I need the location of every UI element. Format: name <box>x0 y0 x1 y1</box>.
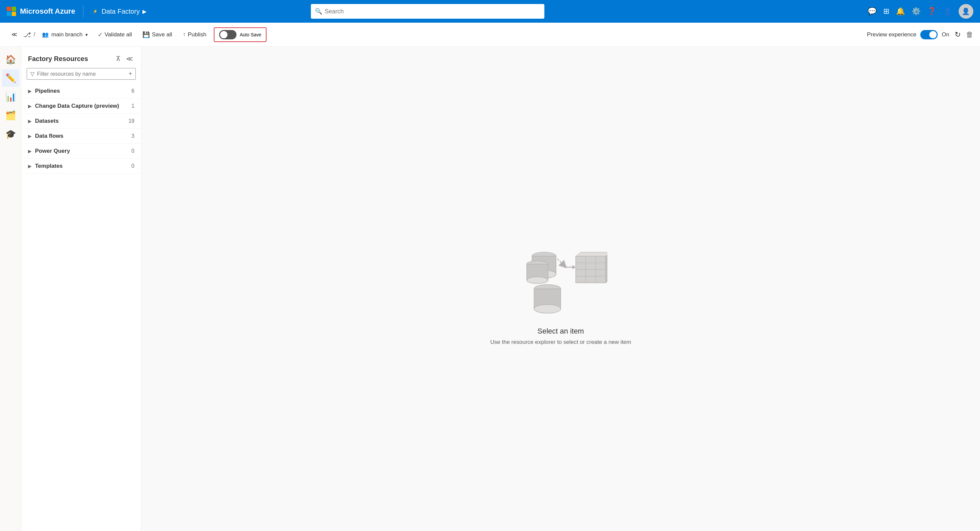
toolbar: ≪ ⎇ / 👥 main branch ▾ ✓ Validate all 💾 S… <box>0 23 980 47</box>
main-content: Select an item Use the resource explorer… <box>142 47 980 531</box>
bell-icon[interactable]: 🔔 <box>896 7 905 16</box>
avatar[interactable]: 👤 <box>959 4 973 19</box>
save-icon: 💾 <box>142 31 150 38</box>
select-item-section: Select an item Use the resource explorer… <box>490 327 631 345</box>
top-nav-icons: 💬 ⊞ 🔔 ⚙️ ❓ 👤 👤 <box>868 4 973 19</box>
nav-divider <box>83 5 83 17</box>
validate-all-label: Validate all <box>105 31 132 38</box>
select-item-subtitle: Use the resource explorer to select or c… <box>490 339 631 345</box>
sidebar-icons: 🏠 ✏️ 📊 🗂️ 🎓 <box>0 47 21 531</box>
delete-button[interactable]: 🗑 <box>966 30 973 39</box>
svg-rect-1 <box>12 7 16 11</box>
search-bar: 🔍 <box>311 4 544 19</box>
data-factory-icon: ⚡ <box>91 8 99 15</box>
templates-label: Templates <box>35 163 63 169</box>
search-icon: 🔍 <box>315 8 322 15</box>
service-name: ⚡ Data Factory ▶ <box>91 8 146 15</box>
save-all-button[interactable]: 💾 Save all <box>138 29 177 40</box>
dashboard-icon[interactable]: ⊞ <box>883 7 889 16</box>
powerquery-count: 0 <box>131 148 134 154</box>
add-resource-button[interactable]: + <box>129 70 132 77</box>
collapse-panel-button[interactable]: ≪ <box>125 53 134 64</box>
filter-input[interactable] <box>37 71 126 77</box>
slash-separator: / <box>34 31 35 38</box>
main-layout: 🏠 ✏️ 📊 🗂️ 🎓 Factory Resources ⊼ ≪ ▽ + ▶ … <box>0 47 980 531</box>
svg-rect-3 <box>12 12 16 16</box>
search-input[interactable] <box>325 8 540 15</box>
preview-experience-label: Preview experience <box>867 31 916 38</box>
brand-logo: Microsoft Azure <box>7 7 75 16</box>
windows-logo-icon <box>7 7 16 16</box>
dataflows-label: Data flows <box>35 133 64 140</box>
sidebar-item-home[interactable]: 🏠 <box>2 51 19 68</box>
resource-item-cdc[interactable]: ▶ Change Data Capture (preview) 1 <box>21 99 141 114</box>
sidebar-item-edit[interactable]: ✏️ <box>2 69 19 87</box>
svg-point-23 <box>534 305 561 313</box>
resources-header: Factory Resources ⊼ ≪ <box>21 47 141 68</box>
pipelines-count: 6 <box>131 88 134 94</box>
feedback-icon[interactable]: 👤 <box>943 7 952 16</box>
resource-item-pipelines[interactable]: ▶ Pipelines 6 <box>21 84 141 99</box>
auto-save-slider <box>219 30 237 39</box>
service-label: Data Factory <box>102 8 139 15</box>
help-icon[interactable]: ❓ <box>927 7 936 16</box>
resources-panel: Factory Resources ⊼ ≪ ▽ + ▶ Pipelines 6 <box>21 47 142 531</box>
chevrons-icon: ≪ <box>11 31 18 38</box>
validate-icon: ✓ <box>98 31 103 38</box>
resource-item-datasets[interactable]: ▶ Datasets 19 <box>21 114 141 129</box>
svg-marker-19 <box>606 252 608 283</box>
branch-label: main branch <box>51 31 83 38</box>
auto-save-toggle[interactable] <box>219 30 237 39</box>
on-label: On <box>942 31 949 38</box>
publish-button[interactable]: ↑ Publish <box>178 29 211 40</box>
select-item-title: Select an item <box>490 327 631 335</box>
cdc-chevron-icon: ▶ <box>28 103 32 109</box>
collapse-sidebar-button[interactable]: ≪ <box>7 29 22 40</box>
resource-item-dataflows[interactable]: ▶ Data flows 3 <box>21 129 141 144</box>
cdc-label: Change Data Capture (preview) <box>35 103 119 110</box>
resources-header-actions: ⊼ ≪ <box>115 53 134 64</box>
svg-rect-2 <box>7 12 11 16</box>
cdc-count: 1 <box>131 103 134 109</box>
preview-experience: Preview experience On ↻ 🗑 <box>867 30 973 39</box>
datasets-count: 19 <box>129 118 134 124</box>
auto-save-label: Auto Save <box>240 32 261 37</box>
data-illustration-svg <box>514 232 608 319</box>
branch-selector-button[interactable]: 👥 main branch ▾ <box>38 29 92 40</box>
save-all-label: Save all <box>152 31 172 38</box>
chat-icon[interactable]: 💬 <box>868 7 877 16</box>
branch-icon: ⎇ <box>23 31 31 39</box>
preview-slider <box>920 30 938 39</box>
svg-text:⚡: ⚡ <box>93 9 98 14</box>
dataflows-count: 3 <box>131 133 134 139</box>
resource-item-powerquery[interactable]: ▶ Power Query 0 <box>21 144 141 159</box>
empty-state-illustration <box>514 232 608 319</box>
sidebar-item-learn[interactable]: 🎓 <box>2 126 19 143</box>
filter-input-wrap: ▽ + <box>27 68 136 80</box>
publish-label: Publish <box>188 31 207 38</box>
resources-title: Factory Resources <box>28 55 88 63</box>
top-nav-bar: Microsoft Azure ⚡ Data Factory ▶ 🔍 💬 ⊞ 🔔… <box>0 0 980 23</box>
svg-marker-20 <box>576 252 608 256</box>
auto-save-area: Auto Save <box>214 27 267 42</box>
datasets-chevron-icon: ▶ <box>28 118 32 124</box>
settings-icon[interactable]: ⚙️ <box>912 7 921 16</box>
svg-rect-0 <box>7 7 11 11</box>
templates-count: 0 <box>131 163 134 169</box>
refresh-button[interactable]: ↻ <box>955 30 961 39</box>
resource-list: ▶ Pipelines 6 ▶ Change Data Capture (pre… <box>21 84 141 531</box>
validate-all-button[interactable]: ✓ Validate all <box>93 29 137 40</box>
svg-marker-12 <box>573 265 576 269</box>
sidebar-item-manage[interactable]: 🗂️ <box>2 107 19 124</box>
preview-toggle[interactable] <box>920 30 938 39</box>
sidebar-item-monitor[interactable]: 📊 <box>2 88 19 105</box>
collapse-all-button[interactable]: ⊼ <box>115 53 122 64</box>
brand-text: Microsoft Azure <box>20 7 75 16</box>
resource-item-templates[interactable]: ▶ Templates 0 <box>21 159 141 174</box>
pipelines-label: Pipelines <box>35 88 60 94</box>
branch-icon-small: 👥 <box>42 31 49 38</box>
service-arrow-icon: ▶ <box>142 8 146 15</box>
pipelines-chevron-icon: ▶ <box>28 88 32 94</box>
branch-dropdown-icon: ▾ <box>85 32 88 37</box>
filter-icon: ▽ <box>30 71 34 77</box>
